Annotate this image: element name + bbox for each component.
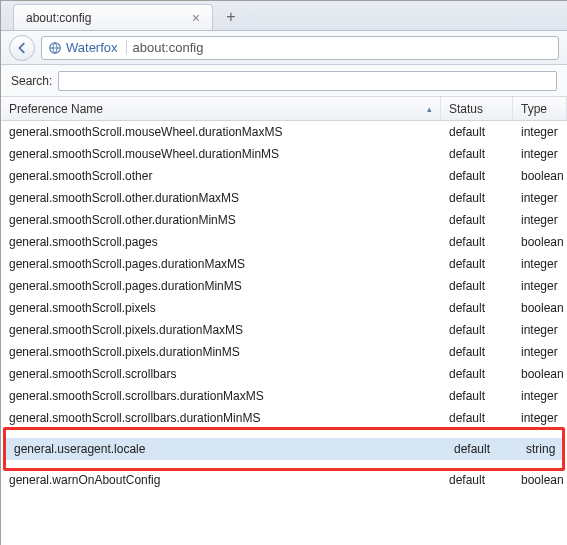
table-row[interactable]: general.smoothScroll.scrollbars.duration… <box>1 385 567 407</box>
url-text: about:config <box>133 40 204 55</box>
pref-type: boolean <box>513 473 567 487</box>
pref-name: general.smoothScroll.pixels.durationMaxM… <box>1 323 441 337</box>
table-row[interactable]: general.smoothScroll.pages.durationMaxMS… <box>1 253 567 275</box>
table-row[interactable]: general.smoothScroll.mouseWheel.duration… <box>1 143 567 165</box>
pref-type: integer <box>513 389 567 403</box>
table-row[interactable]: general.smoothScroll.otherdefaultboolean <box>1 165 567 187</box>
new-tab-button[interactable]: + <box>217 6 245 28</box>
table-row[interactable]: general.smoothScroll.scrollbars.duration… <box>1 407 567 429</box>
navigation-toolbar: Waterfox about:config <box>1 31 567 65</box>
pref-type: integer <box>513 125 567 139</box>
pref-status: default <box>441 279 513 293</box>
pref-status: default <box>441 473 513 487</box>
table-row[interactable]: general.smoothScroll.pixels.durationMinM… <box>1 341 567 363</box>
pref-status: default <box>441 125 513 139</box>
pref-status: default <box>441 257 513 271</box>
pref-name: general.smoothScroll.scrollbars.duration… <box>1 411 441 425</box>
back-button[interactable] <box>9 35 35 61</box>
pref-status: default <box>441 389 513 403</box>
pref-name: general.warnOnAboutConfig <box>1 473 441 487</box>
pref-type: boolean <box>513 301 567 315</box>
table-row[interactable]: general.warnOnAboutConfig default boolea… <box>1 469 567 491</box>
table-row[interactable]: general.smoothScroll.pages.durationMinMS… <box>1 275 567 297</box>
pref-name: general.smoothScroll.mouseWheel.duration… <box>1 147 441 161</box>
tab-title: about:config <box>26 11 91 25</box>
url-bar[interactable]: Waterfox about:config <box>41 36 559 60</box>
pref-type: boolean <box>513 169 567 183</box>
pref-name: general.smoothScroll.pages <box>1 235 441 249</box>
table-row[interactable]: general.smoothScroll.pixelsdefaultboolea… <box>1 297 567 319</box>
search-bar: Search: <box>1 65 567 97</box>
site-identity[interactable]: Waterfox <box>48 40 127 55</box>
pref-name: general.smoothScroll.other <box>1 169 441 183</box>
pref-type: integer <box>513 147 567 161</box>
pref-status: default <box>441 323 513 337</box>
pref-status: default <box>441 169 513 183</box>
pref-type: integer <box>513 279 567 293</box>
table-row[interactable]: general.smoothScroll.other.durationMinMS… <box>1 209 567 231</box>
pref-name: general.smoothScroll.other.durationMaxMS <box>1 191 441 205</box>
table-row[interactable]: general.smoothScroll.pixels.durationMaxM… <box>1 319 567 341</box>
browser-tab[interactable]: about:config × <box>13 4 213 30</box>
table-row[interactable]: general.smoothScroll.scrollbarsdefaultbo… <box>1 363 567 385</box>
pref-name: general.smoothScroll.pages.durationMinMS <box>1 279 441 293</box>
search-label: Search: <box>11 74 52 88</box>
table-body: general.smoothScroll.mouseWheel.duration… <box>1 121 567 429</box>
pref-status: default <box>446 442 518 456</box>
identity-label: Waterfox <box>66 40 118 55</box>
pref-status: default <box>441 191 513 205</box>
pref-name: general.useragent.locale <box>6 442 446 456</box>
pref-type: integer <box>513 323 567 337</box>
pref-status: default <box>441 367 513 381</box>
pref-name: general.smoothScroll.scrollbars <box>1 367 441 381</box>
search-input[interactable] <box>58 71 557 91</box>
pref-type: integer <box>513 411 567 425</box>
table-row[interactable] <box>6 460 562 468</box>
pref-type: integer <box>513 191 567 205</box>
pref-status: default <box>441 411 513 425</box>
pref-status: default <box>441 235 513 249</box>
pref-status: default <box>441 213 513 227</box>
pref-type: integer <box>513 213 567 227</box>
table-row[interactable]: general.smoothScroll.pagesdefaultboolean <box>1 231 567 253</box>
pref-type: integer <box>513 257 567 271</box>
table-row[interactable]: general.useragent.locale default string <box>6 438 562 460</box>
table-header: Preference Name ▴ Status Type <box>1 97 567 121</box>
pref-status: default <box>441 301 513 315</box>
column-header-type[interactable]: Type <box>513 97 567 120</box>
pref-name: general.smoothScroll.pixels <box>1 301 441 315</box>
pref-name: general.smoothScroll.scrollbars.duration… <box>1 389 441 403</box>
arrow-left-icon <box>15 41 29 55</box>
pref-type: integer <box>513 345 567 359</box>
column-header-name[interactable]: Preference Name ▴ <box>1 97 441 120</box>
sort-ascending-icon: ▴ <box>427 104 432 114</box>
pref-type: boolean <box>513 235 567 249</box>
pref-name: general.smoothScroll.other.durationMinMS <box>1 213 441 227</box>
pref-type: boolean <box>513 367 567 381</box>
tab-strip: about:config × + <box>1 1 567 31</box>
table-row[interactable] <box>6 430 562 438</box>
pref-type: string <box>518 442 562 456</box>
pref-name: general.smoothScroll.mouseWheel.duration… <box>1 125 441 139</box>
close-icon[interactable]: × <box>188 10 204 26</box>
table-row[interactable]: general.smoothScroll.mouseWheel.duration… <box>1 121 567 143</box>
highlight-box: general.useragent.locale default string <box>3 427 565 471</box>
pref-status: default <box>441 345 513 359</box>
pref-status: default <box>441 147 513 161</box>
column-header-status[interactable]: Status <box>441 97 513 120</box>
pref-name: general.smoothScroll.pages.durationMaxMS <box>1 257 441 271</box>
table-row[interactable]: general.smoothScroll.other.durationMaxMS… <box>1 187 567 209</box>
globe-icon <box>48 41 62 55</box>
pref-name: general.smoothScroll.pixels.durationMinM… <box>1 345 441 359</box>
preferences-table: Preference Name ▴ Status Type general.sm… <box>1 97 567 491</box>
